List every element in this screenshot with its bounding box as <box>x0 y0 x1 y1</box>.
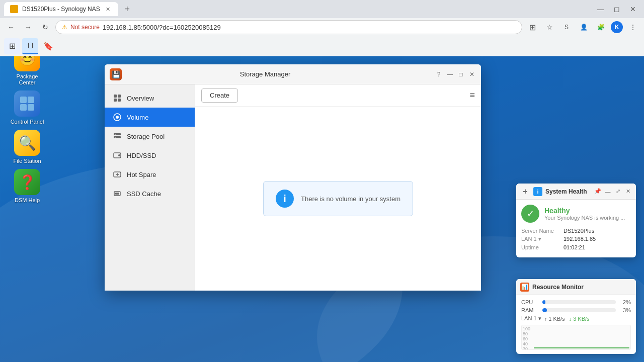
lan-values: ↑ 1 KB/s ↓ 3 KB/s <box>544 316 590 322</box>
ram-pct: 3% <box>619 307 631 313</box>
control-panel-icon[interactable]: Control Panel <box>7 90 47 125</box>
storage-pool-label: Storage Pool <box>127 133 165 140</box>
health-check-icon: ✓ <box>521 205 539 223</box>
storage-manager-window: 💾 Storage Manager ? — □ ✕ <box>105 64 481 291</box>
nav-reload-btn[interactable]: ↻ <box>38 20 52 34</box>
address-field[interactable]: ⚠ Not secure 192.168.1.85:5000/?dc=16025… <box>55 20 522 34</box>
browser-chrome: DS1520Plus - Synology NAS ✕ + — ◻ ✕ ← → … <box>0 0 644 56</box>
system-health-controls: 📌 — ⤢ ✕ <box>594 188 632 196</box>
extensions-icon[interactable]: ⊞ <box>525 20 539 34</box>
tab-title: DS1520Plus - Synology NAS <box>22 6 100 13</box>
cpu-label: CPU <box>521 299 539 305</box>
new-tab-btn[interactable]: + <box>120 2 134 16</box>
storage-minimize-btn[interactable]: — <box>446 70 454 78</box>
browser-tab[interactable]: DS1520Plus - Synology NAS ✕ <box>4 2 118 16</box>
svg-point-9 <box>116 116 119 119</box>
dsm-help-icon[interactable]: ❓ DSM Help <box>7 169 47 203</box>
storage-main-toolbar: Create ≡ <box>195 84 481 107</box>
svg-point-15 <box>118 154 120 156</box>
lan-resource-label: LAN 1 ▾ <box>521 315 541 322</box>
bookmark-toolbar-icon[interactable]: 🔖 <box>40 38 56 54</box>
browser-restore-btn[interactable]: ◻ <box>610 2 624 16</box>
nav-forward-btn[interactable]: → <box>21 20 35 34</box>
storage-manager-main: Create ≡ i There is no volume in your sy… <box>195 84 481 291</box>
system-health-minimize-btn[interactable]: — <box>604 188 612 196</box>
desktop-icons: 😊 PackageCenter Control Panel 🔍 File Sta… <box>7 45 47 203</box>
main-area: i There is no volume in your system <box>195 107 481 291</box>
widget-add-btn[interactable]: + <box>520 187 530 197</box>
browser-close-btn[interactable]: ✕ <box>626 2 640 16</box>
svg-rect-13 <box>115 137 116 138</box>
create-button[interactable]: Create <box>201 88 238 103</box>
resource-monitor-widget-icon: 📊 <box>520 283 529 292</box>
lan-label: LAN 1 ▾ <box>521 236 561 242</box>
tab-close-btn[interactable]: ✕ <box>104 5 112 13</box>
resource-monitor-titlebar: 📊 Resource Monitor <box>516 279 636 295</box>
storage-help-btn[interactable]: ? <box>435 70 443 78</box>
system-health-expand-btn[interactable]: ⤢ <box>614 188 622 196</box>
profile-icon[interactable]: 👤 <box>577 20 591 34</box>
resource-monitor-body: CPU 2% RAM 3% LAN 1 ▾ <box>516 295 636 354</box>
sidebar-item-overview[interactable]: Overview <box>105 88 195 108</box>
account-icon[interactable]: K <box>611 21 623 33</box>
sidebar-item-storage-pool[interactable]: Storage Pool <box>105 127 195 146</box>
cpu-bar <box>542 300 545 304</box>
system-health-widget-icon: i <box>533 187 542 196</box>
info-message-box: i There is no volume in your system <box>263 181 413 216</box>
lan-row: LAN 1 ▾ 192.168.1.85 <box>521 236 631 242</box>
system-health-titlebar: + i System Health 📌 — ⤢ ✕ <box>516 184 636 200</box>
storage-maximize-btn[interactable]: □ <box>457 70 465 78</box>
hdd-ssd-label: HDD/SSD <box>127 152 156 159</box>
server-name-label: Server Name <box>521 228 561 234</box>
toolbar-menu-icon[interactable]: ≡ <box>469 90 475 101</box>
svg-rect-5 <box>118 95 121 98</box>
control-panel-label: Control Panel <box>11 119 44 125</box>
volume-icon <box>113 113 122 122</box>
file-station-img: 🔍 <box>14 130 40 156</box>
file-station-icon[interactable]: 🔍 File Station <box>7 130 47 164</box>
empty-volume-message: There is no volume in your system <box>301 195 400 203</box>
resource-monitor-widget: 📊 Resource Monitor CPU 2% RAM 3% LAN 1 <box>516 279 636 354</box>
resource-monitor-title: Resource Monitor <box>532 284 632 291</box>
synology-ext-icon[interactable]: S <box>559 20 574 34</box>
sidebar-item-hot-spare[interactable]: Hot Spare <box>105 165 195 184</box>
window-controls: — ◻ ✕ <box>594 2 640 16</box>
chart-line <box>534 347 629 348</box>
ram-label: RAM <box>521 307 539 313</box>
uptime-value: 01:02:21 <box>564 244 585 250</box>
system-health-pin-btn[interactable]: 📌 <box>594 188 602 196</box>
storage-app-icon: 💾 <box>110 68 122 80</box>
menu-icon[interactable]: ⋮ <box>626 20 640 34</box>
apps-toolbar-icon[interactable]: ⊞ <box>4 38 20 54</box>
nav-back-btn[interactable]: ← <box>4 20 18 34</box>
ram-bar <box>542 308 547 312</box>
uptime-row: Uptime 01:02:21 <box>521 244 631 250</box>
sidebar-item-ssd-cache[interactable]: SSD Cache <box>105 184 195 203</box>
sidebar-item-volume[interactable]: Volume <box>105 108 195 127</box>
file-station-label: File Station <box>13 158 41 164</box>
storage-pool-icon <box>113 132 122 141</box>
storage-close-btn[interactable]: ✕ <box>468 70 476 78</box>
ram-bar-bg <box>542 308 616 312</box>
browser-minimize-btn[interactable]: — <box>594 2 608 16</box>
puzzle-icon[interactable]: 🧩 <box>594 20 608 34</box>
control-panel-img <box>14 90 40 117</box>
not-secure-label: Not secure <box>70 24 100 31</box>
server-name-value: DS1520Plus <box>564 228 594 234</box>
star-icon[interactable]: ☆ <box>542 20 556 34</box>
sidebar-item-hdd-ssd[interactable]: HDD/SSD <box>105 146 195 165</box>
server-name-row: Server Name DS1520Plus <box>521 228 631 234</box>
svg-rect-12 <box>115 134 116 135</box>
lan-row: LAN 1 ▾ ↑ 1 KB/s ↓ 3 KB/s <box>521 315 631 322</box>
browser-toolbar: ⊞ 🖥 🔖 <box>0 36 644 56</box>
storage-manager-controls: ? — □ ✕ <box>435 70 476 78</box>
system-health-close-btn[interactable]: ✕ <box>624 188 632 196</box>
storage-manager-titlebar: 💾 Storage Manager ? — □ ✕ <box>105 64 481 84</box>
cpu-bar-bg <box>542 300 616 304</box>
svg-rect-3 <box>28 104 34 111</box>
health-header: ✓ Healthy Your Synology NAS is working .… <box>521 205 631 223</box>
health-status: Healthy <box>544 207 625 215</box>
package-center-label: PackageCenter <box>17 73 38 85</box>
cpu-pct: 2% <box>619 299 631 305</box>
window-toolbar-icon[interactable]: 🖥 <box>22 38 38 54</box>
